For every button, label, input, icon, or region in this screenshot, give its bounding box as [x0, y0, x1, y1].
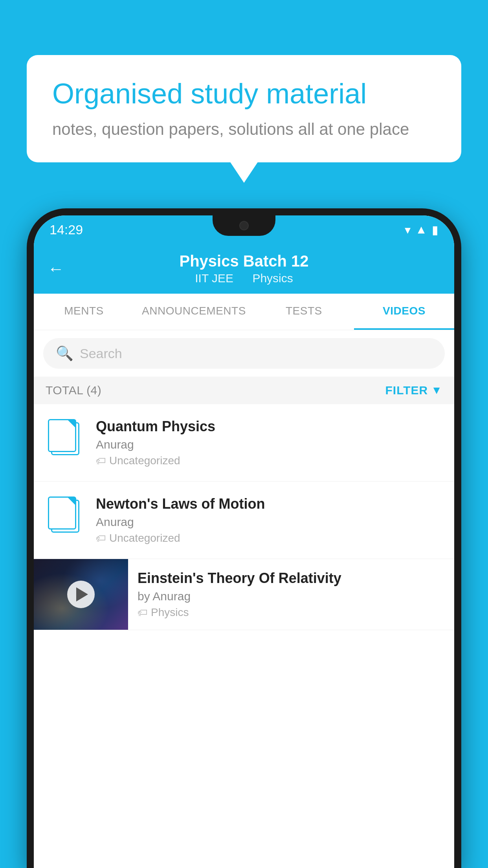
video-tag-1: 🏷 Uncategorized	[96, 454, 442, 467]
search-icon: 🔍	[56, 345, 73, 362]
video-author-3: by Anurag	[138, 590, 445, 603]
file-icon	[48, 419, 83, 457]
back-button[interactable]: ←	[48, 259, 64, 278]
battery-icon: ▮	[432, 223, 438, 237]
video-tag-label-1: Uncategorized	[109, 454, 180, 467]
header-title: Physics Batch 12	[179, 252, 308, 270]
phone-frame: 14:29 ▾ ▲ ▮ ← Physics Batch 12 IIT JEE P…	[27, 208, 461, 868]
status-bar: 14:29 ▾ ▲ ▮	[34, 215, 454, 244]
filter-label: FILTER	[385, 384, 428, 397]
video-author-2: Anurag	[96, 515, 442, 529]
video-tag-label-2: Uncategorized	[109, 532, 180, 544]
video-title-1: Quantum Physics	[96, 418, 442, 435]
header-subtitle-physics: Physics	[252, 272, 293, 285]
speech-bubble: Organised study material notes, question…	[27, 55, 461, 162]
video-info-3: Einstein's Theory Of Relativity by Anura…	[128, 559, 454, 628]
video-tag-label-3: Physics	[151, 606, 189, 619]
filter-funnel-icon: ▼	[431, 384, 442, 397]
wifi-icon: ▾	[405, 223, 411, 237]
video-tag-2: 🏷 Uncategorized	[96, 532, 442, 544]
app-header: ← Physics Batch 12 IIT JEE Physics	[34, 244, 454, 294]
search-input[interactable]: Search	[80, 346, 122, 361]
video-info-1: Quantum Physics Anurag 🏷 Uncategorized	[96, 418, 442, 467]
header-subtitle: IIT JEE Physics	[179, 272, 308, 285]
file-icon-front	[48, 419, 76, 452]
tab-announcements[interactable]: ANNOUNCEMENTS	[134, 294, 254, 330]
tab-videos[interactable]: VIDEOS	[354, 294, 454, 330]
header-subtitle-iitjee: IIT JEE	[195, 272, 233, 285]
search-bar[interactable]: 🔍 Search	[43, 338, 445, 369]
speech-bubble-subtitle: notes, question papers, solutions all at…	[52, 120, 436, 139]
header-title-group: Physics Batch 12 IIT JEE Physics	[179, 252, 308, 285]
video-thumb-1	[46, 418, 85, 458]
video-author-1: Anurag	[96, 438, 442, 451]
tag-icon-2: 🏷	[96, 532, 106, 544]
play-button[interactable]	[67, 581, 95, 608]
list-item[interactable]: Quantum Physics Anurag 🏷 Uncategorized	[34, 404, 454, 482]
camera-icon	[239, 221, 249, 230]
search-bar-container: 🔍 Search	[34, 330, 454, 377]
tag-icon-3: 🏷	[138, 607, 148, 619]
video-thumb-2	[46, 496, 85, 535]
phone-screen: 14:29 ▾ ▲ ▮ ← Physics Batch 12 IIT JEE P…	[34, 215, 454, 868]
video-tag-3: 🏷 Physics	[138, 606, 445, 619]
list-item[interactable]: Einstein's Theory Of Relativity by Anura…	[34, 559, 454, 630]
tabs-bar: MENTS ANNOUNCEMENTS TESTS VIDEOS	[34, 294, 454, 330]
video-list: Quantum Physics Anurag 🏷 Uncategorized	[34, 404, 454, 630]
signal-icon: ▲	[415, 223, 427, 236]
file-icon-front	[48, 497, 76, 530]
video-thumbnail-3	[34, 559, 128, 630]
filter-button[interactable]: FILTER ▼	[385, 384, 442, 397]
tag-icon-1: 🏷	[96, 455, 106, 467]
video-title-2: Newton's Laws of Motion	[96, 496, 442, 512]
notch	[213, 215, 275, 236]
play-icon	[76, 587, 88, 601]
speech-bubble-title: Organised study material	[52, 77, 436, 110]
tab-tests[interactable]: TESTS	[254, 294, 354, 330]
status-time: 14:29	[50, 222, 83, 237]
total-count: TOTAL (4)	[46, 384, 101, 397]
filter-bar: TOTAL (4) FILTER ▼	[34, 377, 454, 404]
tab-ments[interactable]: MENTS	[34, 294, 134, 330]
file-icon	[48, 497, 83, 534]
list-item[interactable]: Newton's Laws of Motion Anurag 🏷 Uncateg…	[34, 482, 454, 559]
video-title-3: Einstein's Theory Of Relativity	[138, 570, 445, 587]
video-info-2: Newton's Laws of Motion Anurag 🏷 Uncateg…	[96, 496, 442, 544]
status-icons: ▾ ▲ ▮	[405, 223, 438, 237]
